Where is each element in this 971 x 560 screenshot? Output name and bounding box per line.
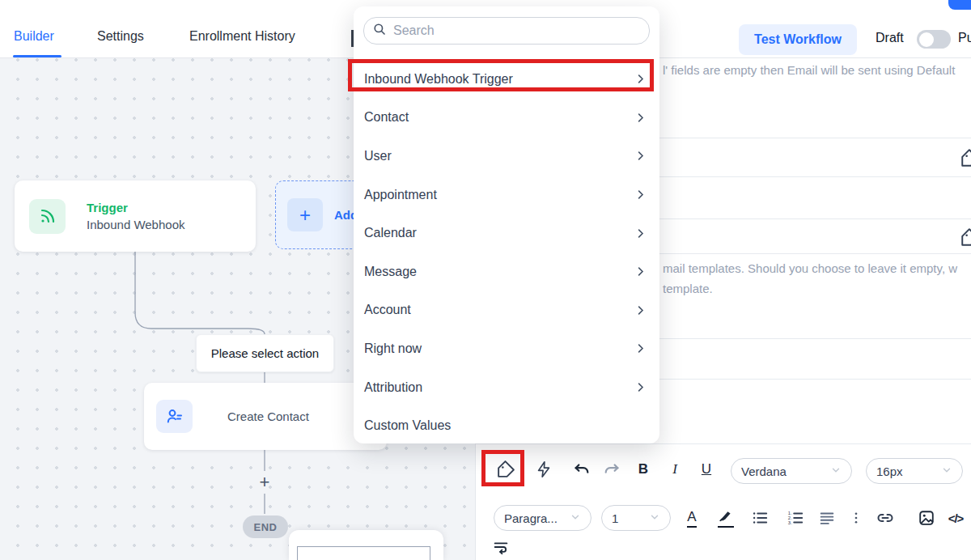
align-text-icon[interactable]: [816, 507, 838, 529]
create-contact-label: Create Contact: [227, 409, 309, 423]
chevron-down-icon: [649, 511, 660, 525]
plus-icon: +: [287, 198, 323, 231]
contact-icon: [156, 400, 193, 433]
redo-icon[interactable]: [600, 458, 623, 481]
menu-item-right-now[interactable]: Right now: [354, 329, 659, 368]
code-view-button[interactable]: </>: [944, 507, 967, 529]
menu-item-contact[interactable]: Contact: [354, 99, 659, 138]
bottom-panel-field[interactable]: [297, 546, 430, 560]
highlight-color-button[interactable]: [714, 507, 737, 529]
chevron-right-icon: [634, 189, 647, 201]
font-color-button[interactable]: A: [681, 507, 703, 529]
chevron-right-icon: [634, 150, 647, 162]
trigger-node[interactable]: Trigger Inbound Webhook: [15, 180, 256, 252]
draft-label: Draft: [876, 31, 904, 45]
font-family-select[interactable]: Verdana: [731, 458, 852, 484]
create-contact-node[interactable]: Create Contact: [144, 383, 387, 450]
paragraph-style-select[interactable]: Paragra...: [494, 505, 592, 531]
end-badge: END: [243, 515, 288, 538]
field-separator: [476, 443, 971, 444]
active-tab-underline: [13, 55, 61, 57]
menu-item-appointment[interactable]: Appointment: [354, 176, 659, 214]
trigger-node-title: Trigger: [87, 199, 185, 216]
chevron-right-icon: [634, 304, 647, 316]
toggle-knob: [919, 32, 934, 47]
menu-item-custom-values[interactable]: Custom Values: [354, 406, 659, 443]
italic-button[interactable]: I: [664, 458, 686, 481]
svg-text:3.: 3.: [788, 520, 792, 525]
add-action-button[interactable]: +: [257, 473, 273, 492]
numbered-list-icon[interactable]: 1. 2. 3.: [784, 507, 807, 529]
menu-item-user[interactable]: User: [354, 137, 659, 176]
menu-search-box[interactable]: [363, 17, 650, 45]
annotation-box-inbound-webhook-trigger: [348, 59, 654, 91]
helper-text-templates-1: mail templates. Should you choose to lea…: [663, 261, 957, 275]
underline-button[interactable]: U: [695, 458, 718, 481]
text-wrap-icon[interactable]: [490, 536, 512, 558]
chevron-right-icon: [634, 112, 647, 124]
publish-label: Publish: [958, 31, 971, 45]
line-height-select[interactable]: 1: [601, 505, 671, 531]
helper-text-default-email: l' fields are empty then Email will be s…: [663, 63, 955, 77]
tab-settings[interactable]: Settings: [97, 29, 144, 44]
menu-item-attribution[interactable]: Attribution: [354, 368, 659, 407]
lightning-icon[interactable]: [532, 458, 555, 481]
bottom-popup-panel: [289, 530, 443, 560]
font-size-select[interactable]: 16px: [866, 458, 963, 484]
menu-item-message[interactable]: Message: [354, 252, 659, 291]
custom-values-tag-icon[interactable]: [960, 227, 971, 252]
chevron-right-icon: [634, 381, 647, 393]
chevron-down-icon: [570, 511, 581, 525]
publish-toggle[interactable]: [917, 30, 951, 49]
bold-button[interactable]: B: [632, 458, 655, 481]
test-workflow-button[interactable]: Test Workflow: [739, 24, 857, 55]
cropped-blue-button: [948, 0, 971, 10]
trigger-node-subtitle: Inbound Webhook: [87, 216, 185, 233]
workflow-builder-app: Trigger Inbound Webhook + Add Please sel…: [0, 0, 971, 560]
helper-text-templates-2: template.: [663, 282, 713, 295]
search-icon: [372, 22, 387, 40]
chevron-down-icon: [941, 465, 952, 478]
menu-item-calendar[interactable]: Calendar: [354, 214, 659, 252]
search-input[interactable]: [393, 23, 620, 38]
custom-values-tag-icon[interactable]: [960, 148, 971, 172]
insert-link-icon[interactable]: [874, 507, 897, 529]
chevron-right-icon: [634, 342, 647, 354]
insert-image-icon[interactable]: [915, 507, 938, 529]
chevron-down-icon: [830, 465, 842, 478]
tab-builder[interactable]: Builder: [14, 29, 54, 44]
webhook-icon: [29, 199, 66, 234]
chevron-right-icon: [634, 227, 647, 240]
tab-enrollment-history[interactable]: Enrollment History: [189, 29, 295, 44]
bullet-list-icon[interactable]: [748, 507, 771, 529]
chevron-right-icon: [634, 265, 647, 278]
annotation-box-tag-button: [481, 450, 524, 486]
menu-item-account[interactable]: Account: [354, 291, 659, 330]
undo-icon[interactable]: [570, 458, 593, 481]
more-options-icon[interactable]: [845, 507, 867, 529]
select-action-label: Please select action: [196, 334, 334, 372]
